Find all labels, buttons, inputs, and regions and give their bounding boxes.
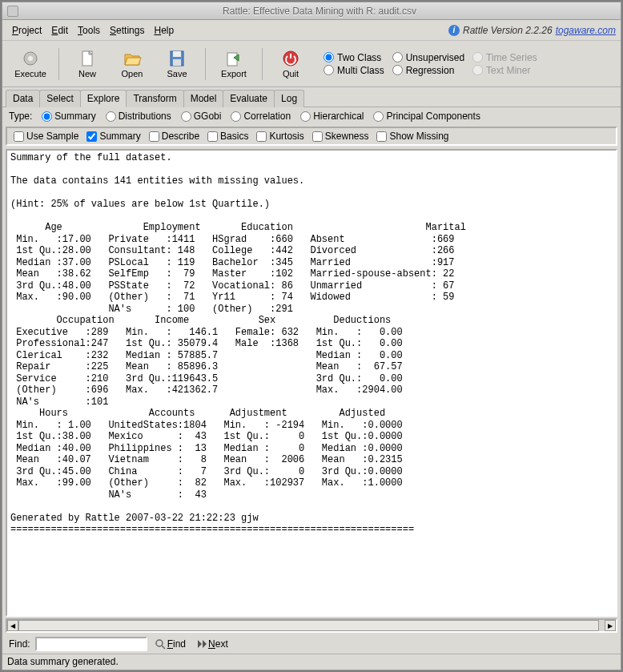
find-label: Find: [9,638,30,650]
radio-ggobi[interactable]: GGobi [181,111,222,122]
main-window: Rattle: Effective Data Mining with R: au… [2,2,621,670]
togaware-link[interactable]: togaware.com [556,25,616,36]
app-icon [7,6,18,17]
radio-time-series: Time Series [472,52,537,63]
radio-multi-class[interactable]: Multi Class [324,65,384,76]
radio-principal-components[interactable]: Principal Components [373,111,480,122]
check-summary[interactable]: Summary [86,131,140,142]
find-bar: Find: Find Next [2,634,621,654]
menubar: Project Edit Tools Settings Help i Rattl… [2,20,621,41]
find-button[interactable]: Find [152,638,188,650]
horizontal-scrollbar[interactable]: ◀ ▶ [6,618,617,633]
radio-two-class[interactable]: Two Class [324,52,384,63]
open-button[interactable]: Open [111,45,154,83]
radio-regression[interactable]: Regression [392,65,464,76]
type-row: Type: Summary Distributions GGobi Correl… [2,107,621,125]
check-show-missing[interactable]: Show Missing [376,131,448,142]
folder-open-icon [123,50,142,67]
radio-summary[interactable]: Summary [42,111,95,122]
tab-select[interactable]: Select [39,90,80,107]
svg-rect-6 [173,59,181,66]
data-type-radios: Two Class Unsupervised Time Series Multi… [324,52,537,76]
tab-explore[interactable]: Explore [80,90,127,107]
menu-tools[interactable]: Tools [73,23,105,38]
check-basics[interactable]: Basics [207,131,248,142]
check-use-sample[interactable]: Use Sample [14,131,78,142]
svg-point-1 [28,56,33,61]
export-icon [224,50,243,67]
tab-model[interactable]: Model [183,90,224,107]
radio-hierarchical[interactable]: Hierarchical [300,111,364,122]
menu-project[interactable]: Project [7,23,46,38]
menu-edit[interactable]: Edit [46,23,73,38]
search-icon [155,638,166,650]
export-button[interactable]: Export [212,45,255,83]
radio-text-miner: Text Miner [472,65,537,76]
output-area[interactable]: Summary of the full dataset. The data co… [6,149,617,617]
window-title: Rattle: Effective Data Mining with R: au… [23,6,616,17]
gear-icon [21,50,40,67]
new-button[interactable]: New [66,45,109,83]
quit-button[interactable]: Quit [269,45,312,83]
svg-rect-5 [173,51,181,57]
info-icon: i [448,25,460,36]
output-text: Summary of the full dataset. The data co… [7,151,616,537]
tab-transform[interactable]: Transform [126,90,183,107]
tab-evaluate[interactable]: Evaluate [223,90,275,107]
tabs: Data Select Explore Transform Model Eval… [2,87,621,107]
check-describe[interactable]: Describe [149,131,199,142]
menu-settings[interactable]: Settings [105,23,149,38]
radio-distributions[interactable]: Distributions [106,111,171,122]
scroll-left-button[interactable]: ◀ [7,620,18,631]
titlebar[interactable]: Rattle: Effective Data Mining with R: au… [2,2,621,20]
check-kurtosis[interactable]: Kurtosis [256,131,303,142]
version-label: i Rattle Version 2.2.26 togaware.com [448,25,616,36]
save-button[interactable]: Save [155,45,199,83]
find-input[interactable] [35,637,147,651]
execute-button[interactable]: Execute [9,45,52,83]
floppy-icon [167,50,187,67]
svg-line-11 [162,646,165,649]
tab-data[interactable]: Data [6,90,40,107]
next-icon [195,638,207,650]
svg-point-10 [156,640,163,646]
toolbar: Execute New Open Save Export [2,41,621,87]
statusbar: Data summary generated. [2,654,621,670]
file-icon [78,50,97,67]
check-skewness[interactable]: Skewness [312,131,369,142]
scroll-thumb[interactable] [18,620,599,631]
tab-log[interactable]: Log [274,90,304,107]
type-label: Type: [9,111,32,122]
scroll-right-button[interactable]: ▶ [605,620,616,631]
check-row: Use Sample Summary Describe Basics Kurto… [6,127,617,146]
radio-correlation[interactable]: Correlation [231,111,291,122]
power-icon [281,50,300,67]
next-button[interactable]: Next [193,638,231,650]
menu-help[interactable]: Help [149,23,179,38]
radio-unsupervised[interactable]: Unsupervised [392,52,464,63]
